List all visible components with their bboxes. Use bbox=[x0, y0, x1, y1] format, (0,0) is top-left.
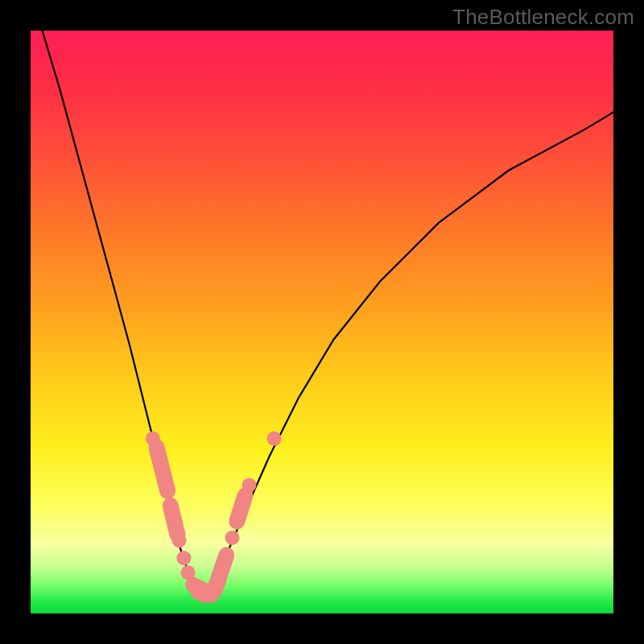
data-point bbox=[212, 574, 226, 588]
data-point bbox=[218, 554, 233, 568]
plot-area bbox=[31, 31, 613, 613]
curve-layer bbox=[43, 31, 614, 596]
data-point bbox=[151, 446, 165, 460]
watermark-text: TheBottleneck.com bbox=[452, 5, 634, 30]
data-point bbox=[159, 478, 174, 493]
data-point bbox=[231, 510, 246, 525]
data-point bbox=[168, 516, 183, 530]
data-point bbox=[164, 502, 179, 516]
data-point bbox=[267, 431, 282, 446]
data-point bbox=[146, 431, 160, 446]
chart-svg bbox=[31, 31, 613, 613]
data-point bbox=[176, 551, 191, 565]
data-point bbox=[242, 478, 257, 493]
data-point bbox=[155, 464, 170, 478]
data-point bbox=[236, 495, 250, 510]
data-point bbox=[172, 534, 187, 548]
data-point bbox=[225, 530, 240, 545]
bottleneck-curve bbox=[43, 31, 614, 596]
chart-frame: TheBottleneck.com bbox=[0, 0, 644, 644]
